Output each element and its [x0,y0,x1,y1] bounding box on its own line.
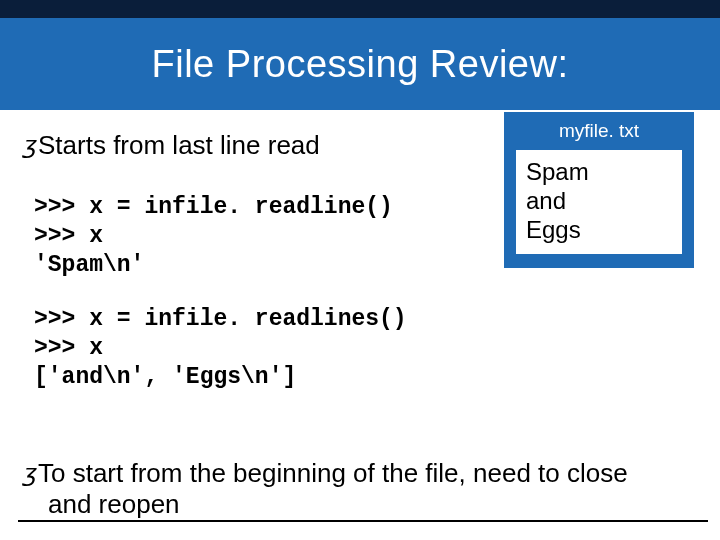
bullet-icon: ʒ [22,131,36,159]
slide-content: ʒStarts from last line read myfile. txt … [0,110,720,392]
file-line-3: Eggs [526,216,672,245]
file-line-2: and [526,187,672,216]
bullet-reopen: ʒTo start from the beginning of the file… [22,458,704,520]
file-preview-box: myfile. txt Spam and Eggs [504,112,694,268]
slide-title: File Processing Review: [152,43,569,86]
bullet-text-2b: and reopen [48,489,704,520]
code-line: >>> x [34,334,698,363]
file-name-label: myfile. txt [516,120,682,142]
code-line: >>> x = infile. readlines() [34,305,698,334]
bullet-text-1: Starts from last line read [38,130,320,160]
bullet-text-2a: To start from the beginning of the file,… [38,458,628,488]
bottom-rule [18,520,708,522]
code-block-readlines: >>> x = infile. readlines() >>> x ['and\… [34,305,698,391]
bullet-icon: ʒ [22,459,36,488]
title-band: File Processing Review: [0,0,720,110]
file-line-1: Spam [526,158,672,187]
code-line: ['and\n', 'Eggs\n'] [34,363,698,392]
file-content: Spam and Eggs [516,150,682,254]
